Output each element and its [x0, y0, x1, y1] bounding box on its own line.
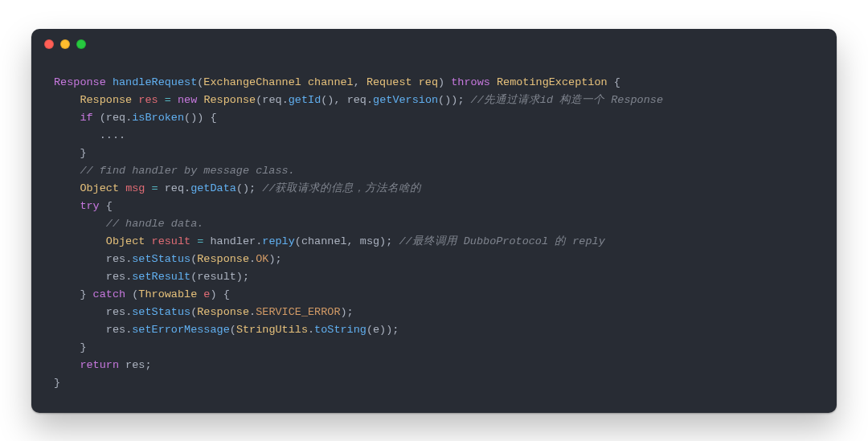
code-token: = — [165, 94, 171, 106]
code-line: Object msg = req.getData(); //获取请求的信息，方法… — [54, 180, 814, 198]
code-block: Response handleRequest(ExchangeChannel c… — [31, 59, 837, 398]
code-line: } — [54, 339, 814, 357]
code-token: ( — [125, 288, 138, 300]
code-token: new — [178, 94, 197, 106]
code-token: ExchangeChannel channel — [203, 76, 353, 88]
code-line: Response res = new Response(req.getId(),… — [54, 92, 814, 109]
code-token: StringUtils — [236, 324, 308, 336]
code-token: ); — [268, 253, 281, 265]
code-token: ( — [230, 324, 236, 336]
code-token — [145, 235, 151, 247]
maximize-icon[interactable] — [76, 39, 86, 49]
code-token: handleRequest — [113, 76, 197, 88]
code-token: (); — [236, 182, 262, 194]
code-token: Object — [106, 235, 145, 247]
code-token: . — [184, 182, 190, 194]
code-token: . — [249, 306, 256, 318]
code-token: ( — [93, 112, 106, 124]
code-token: . — [282, 94, 289, 106]
code-token — [119, 182, 125, 194]
code-token: reply — [262, 235, 295, 247]
code-token — [158, 94, 165, 106]
code-token: handler — [203, 235, 256, 247]
code-token: if — [80, 112, 92, 124]
code-token: Object — [80, 182, 119, 194]
code-token — [171, 94, 178, 106]
code-token: Throwable — [138, 288, 197, 300]
code-token: = — [152, 182, 158, 194]
code-token — [54, 182, 80, 194]
code-token: throws — [451, 76, 490, 88]
code-line: try { — [54, 198, 814, 215]
code-token: try — [80, 200, 99, 212]
code-token: //先通过请求id 构造一个 Response — [471, 94, 663, 106]
code-token: setStatus — [132, 253, 190, 265]
code-token: ()) { — [184, 112, 217, 124]
code-token: isBroken — [132, 112, 184, 124]
code-token: msg — [125, 182, 145, 194]
code-token: req — [347, 94, 366, 106]
code-token — [54, 235, 106, 247]
code-line: // find handler by message class. — [54, 162, 814, 180]
code-token: Request req — [366, 76, 438, 88]
code-line: Object result = handler.reply(channel, m… — [54, 233, 814, 251]
code-token: . — [308, 324, 314, 336]
code-token: res; — [119, 359, 152, 371]
code-token: .... — [54, 129, 125, 141]
code-line: // handle data. — [54, 215, 814, 233]
code-token: res — [54, 253, 125, 265]
code-token: setStatus — [132, 306, 190, 318]
code-line: .... — [54, 127, 814, 145]
code-token: ); — [341, 306, 354, 318]
close-icon[interactable] — [44, 39, 54, 49]
code-token: Response — [197, 253, 249, 265]
code-token: result — [152, 235, 191, 247]
code-token: return — [80, 359, 119, 371]
code-token: (channel, msg); — [295, 235, 399, 247]
code-line: if (req.isBroken()) { — [54, 109, 814, 127]
code-token: //获取请求的信息，方法名啥的 — [262, 182, 421, 194]
code-token — [145, 182, 151, 194]
code-token: catch — [93, 288, 126, 300]
code-token: //最终调用 DubboProtocol 的 reply — [399, 235, 604, 247]
code-line: } catch (Throwable e) { — [54, 286, 814, 304]
code-token: { — [100, 200, 113, 212]
code-token: ) { — [210, 288, 229, 300]
code-token: . — [249, 253, 256, 265]
code-token: toString — [314, 324, 366, 336]
code-line: res.setErrorMessage(StringUtils.toString… — [54, 321, 814, 339]
code-token: } — [54, 377, 60, 389]
code-token: res — [54, 306, 125, 318]
code-token — [54, 165, 80, 177]
code-token: getId — [289, 94, 321, 106]
code-token: Response — [203, 94, 256, 106]
code-token: req — [158, 182, 184, 194]
code-token: . — [366, 94, 373, 106]
code-token: RemotingException — [497, 76, 608, 88]
code-token: (result); — [190, 271, 249, 283]
code-line: Response handleRequest(ExchangeChannel c… — [54, 74, 814, 92]
code-token: setErrorMessage — [132, 324, 230, 336]
code-token: SERVICE_ERROR — [256, 306, 340, 318]
code-token: OK — [256, 253, 268, 265]
code-token — [54, 218, 106, 230]
code-token: // handle data. — [106, 218, 204, 230]
code-token: req — [262, 94, 281, 106]
stage: Response handleRequest(ExchangeChannel c… — [0, 0, 868, 441]
code-line: res.setResult(result); — [54, 268, 814, 286]
code-window: Response handleRequest(ExchangeChannel c… — [31, 29, 837, 413]
code-token — [490, 76, 497, 88]
code-token: res — [54, 324, 125, 336]
code-line: res.setStatus(Response.SERVICE_ERROR); — [54, 304, 814, 321]
code-token — [54, 112, 80, 124]
code-line: res.setStatus(Response.OK); — [54, 251, 814, 268]
code-token: Response — [197, 306, 249, 318]
code-line: return res; — [54, 357, 814, 374]
code-token: Response — [54, 76, 113, 88]
code-token: // find handler by message class. — [80, 165, 294, 177]
code-token: getVersion — [373, 94, 438, 106]
minimize-icon[interactable] — [60, 39, 70, 49]
code-token: req — [106, 112, 125, 124]
code-token: getData — [190, 182, 236, 194]
code-token: setResult — [132, 271, 190, 283]
